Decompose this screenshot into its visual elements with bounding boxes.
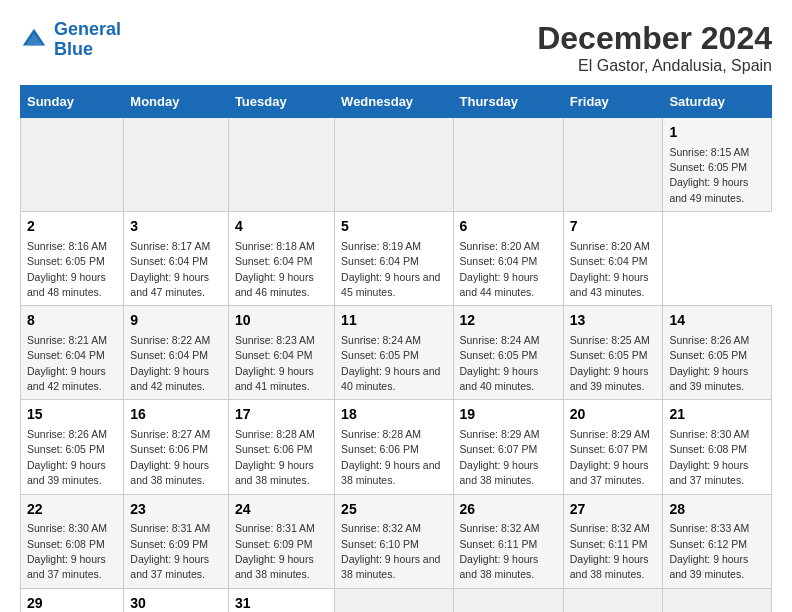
date-number: 12 <box>460 311 557 331</box>
sunrise-text: Sunrise: 8:24 AMSunset: 6:05 PMDaylight:… <box>460 334 540 392</box>
date-number: 28 <box>669 500 765 520</box>
date-number: 24 <box>235 500 328 520</box>
calendar-cell: 7 Sunrise: 8:20 AMSunset: 6:04 PMDayligh… <box>563 212 663 306</box>
sunrise-text: Sunrise: 8:22 AMSunset: 6:04 PMDaylight:… <box>130 334 210 392</box>
sunrise-text: Sunrise: 8:30 AMSunset: 6:08 PMDaylight:… <box>27 522 107 580</box>
week-row-4: 15 Sunrise: 8:26 AMSunset: 6:05 PMDaylig… <box>21 400 772 494</box>
main-title: December 2024 <box>537 20 772 57</box>
date-number: 5 <box>341 217 446 237</box>
date-number: 25 <box>341 500 446 520</box>
date-number: 21 <box>669 405 765 425</box>
date-number: 19 <box>460 405 557 425</box>
date-number: 22 <box>27 500 117 520</box>
date-number: 29 <box>27 594 117 612</box>
page-header: General Blue December 2024 El Gastor, An… <box>20 20 772 75</box>
sunrise-text: Sunrise: 8:19 AMSunset: 6:04 PMDaylight:… <box>341 240 440 298</box>
week-row-2: 2 Sunrise: 8:16 AMSunset: 6:05 PMDayligh… <box>21 212 772 306</box>
date-number: 6 <box>460 217 557 237</box>
calendar-cell: 4 Sunrise: 8:18 AMSunset: 6:04 PMDayligh… <box>228 212 334 306</box>
calendar-cell: 14 Sunrise: 8:26 AMSunset: 6:05 PMDaylig… <box>663 306 772 400</box>
sunrise-text: Sunrise: 8:32 AMSunset: 6:10 PMDaylight:… <box>341 522 440 580</box>
date-number: 31 <box>235 594 328 612</box>
calendar-cell <box>335 118 453 212</box>
sunrise-text: Sunrise: 8:28 AMSunset: 6:06 PMDaylight:… <box>341 428 440 486</box>
date-number: 2 <box>27 217 117 237</box>
sunrise-text: Sunrise: 8:29 AMSunset: 6:07 PMDaylight:… <box>460 428 540 486</box>
calendar-cell: 5 Sunrise: 8:19 AMSunset: 6:04 PMDayligh… <box>335 212 453 306</box>
calendar-cell: 25 Sunrise: 8:32 AMSunset: 6:10 PMDaylig… <box>335 494 453 588</box>
calendar-cell <box>453 118 563 212</box>
date-number: 8 <box>27 311 117 331</box>
date-number: 9 <box>130 311 222 331</box>
day-header-thursday: Thursday <box>453 86 563 118</box>
date-number: 30 <box>130 594 222 612</box>
sunrise-text: Sunrise: 8:32 AMSunset: 6:11 PMDaylight:… <box>460 522 540 580</box>
date-number: 16 <box>130 405 222 425</box>
date-number: 18 <box>341 405 446 425</box>
calendar-cell: 24 Sunrise: 8:31 AMSunset: 6:09 PMDaylig… <box>228 494 334 588</box>
calendar-cell: 3 Sunrise: 8:17 AMSunset: 6:04 PMDayligh… <box>124 212 229 306</box>
date-number: 20 <box>570 405 657 425</box>
header-row: SundayMondayTuesdayWednesdayThursdayFrid… <box>21 86 772 118</box>
title-block: December 2024 El Gastor, Andalusia, Spai… <box>537 20 772 75</box>
calendar-cell <box>453 588 563 612</box>
day-header-sunday: Sunday <box>21 86 124 118</box>
sunrise-text: Sunrise: 8:31 AMSunset: 6:09 PMDaylight:… <box>235 522 315 580</box>
day-header-wednesday: Wednesday <box>335 86 453 118</box>
sunrise-text: Sunrise: 8:20 AMSunset: 6:04 PMDaylight:… <box>460 240 540 298</box>
subtitle: El Gastor, Andalusia, Spain <box>537 57 772 75</box>
calendar-cell: 22 Sunrise: 8:30 AMSunset: 6:08 PMDaylig… <box>21 494 124 588</box>
calendar-cell: 10 Sunrise: 8:23 AMSunset: 6:04 PMDaylig… <box>228 306 334 400</box>
calendar-cell <box>124 118 229 212</box>
calendar-cell <box>563 588 663 612</box>
date-number: 3 <box>130 217 222 237</box>
sunrise-text: Sunrise: 8:33 AMSunset: 6:12 PMDaylight:… <box>669 522 749 580</box>
sunrise-text: Sunrise: 8:32 AMSunset: 6:11 PMDaylight:… <box>570 522 650 580</box>
sunrise-text: Sunrise: 8:28 AMSunset: 6:06 PMDaylight:… <box>235 428 315 486</box>
date-number: 17 <box>235 405 328 425</box>
calendar-cell: 16 Sunrise: 8:27 AMSunset: 6:06 PMDaylig… <box>124 400 229 494</box>
calendar-cell: 20 Sunrise: 8:29 AMSunset: 6:07 PMDaylig… <box>563 400 663 494</box>
calendar-cell: 13 Sunrise: 8:25 AMSunset: 6:05 PMDaylig… <box>563 306 663 400</box>
date-number: 23 <box>130 500 222 520</box>
sunrise-text: Sunrise: 8:17 AMSunset: 6:04 PMDaylight:… <box>130 240 210 298</box>
calendar-cell: 17 Sunrise: 8:28 AMSunset: 6:06 PMDaylig… <box>228 400 334 494</box>
week-row-1: 1 Sunrise: 8:15 AMSunset: 6:05 PMDayligh… <box>21 118 772 212</box>
logo-icon <box>20 26 48 54</box>
sunrise-text: Sunrise: 8:25 AMSunset: 6:05 PMDaylight:… <box>570 334 650 392</box>
calendar-cell: 1 Sunrise: 8:15 AMSunset: 6:05 PMDayligh… <box>663 118 772 212</box>
sunrise-text: Sunrise: 8:23 AMSunset: 6:04 PMDaylight:… <box>235 334 315 392</box>
calendar-cell: 2 Sunrise: 8:16 AMSunset: 6:05 PMDayligh… <box>21 212 124 306</box>
sunrise-text: Sunrise: 8:26 AMSunset: 6:05 PMDaylight:… <box>27 428 107 486</box>
date-number: 11 <box>341 311 446 331</box>
logo: General Blue <box>20 20 121 60</box>
date-number: 14 <box>669 311 765 331</box>
calendar-cell: 28 Sunrise: 8:33 AMSunset: 6:12 PMDaylig… <box>663 494 772 588</box>
sunrise-text: Sunrise: 8:29 AMSunset: 6:07 PMDaylight:… <box>570 428 650 486</box>
day-header-monday: Monday <box>124 86 229 118</box>
calendar-cell <box>228 118 334 212</box>
calendar-cell: 11 Sunrise: 8:24 AMSunset: 6:05 PMDaylig… <box>335 306 453 400</box>
calendar-cell: 29 Sunrise: 8:33 AMSunset: 6:13 PMDaylig… <box>21 588 124 612</box>
date-number: 26 <box>460 500 557 520</box>
calendar-cell: 27 Sunrise: 8:32 AMSunset: 6:11 PMDaylig… <box>563 494 663 588</box>
calendar-cell <box>563 118 663 212</box>
calendar-cell: 21 Sunrise: 8:30 AMSunset: 6:08 PMDaylig… <box>663 400 772 494</box>
calendar-cell: 31 Sunrise: 8:34 AMSunset: 6:14 PMDaylig… <box>228 588 334 612</box>
calendar-cell: 18 Sunrise: 8:28 AMSunset: 6:06 PMDaylig… <box>335 400 453 494</box>
calendar-cell: 6 Sunrise: 8:20 AMSunset: 6:04 PMDayligh… <box>453 212 563 306</box>
sunrise-text: Sunrise: 8:24 AMSunset: 6:05 PMDaylight:… <box>341 334 440 392</box>
calendar-cell: 26 Sunrise: 8:32 AMSunset: 6:11 PMDaylig… <box>453 494 563 588</box>
calendar-cell <box>663 588 772 612</box>
sunrise-text: Sunrise: 8:27 AMSunset: 6:06 PMDaylight:… <box>130 428 210 486</box>
sunrise-text: Sunrise: 8:20 AMSunset: 6:04 PMDaylight:… <box>570 240 650 298</box>
calendar-table: SundayMondayTuesdayWednesdayThursdayFrid… <box>20 85 772 612</box>
week-row-6: 29 Sunrise: 8:33 AMSunset: 6:13 PMDaylig… <box>21 588 772 612</box>
calendar-cell: 12 Sunrise: 8:24 AMSunset: 6:05 PMDaylig… <box>453 306 563 400</box>
sunrise-text: Sunrise: 8:31 AMSunset: 6:09 PMDaylight:… <box>130 522 210 580</box>
calendar-cell <box>21 118 124 212</box>
date-number: 1 <box>669 123 765 143</box>
sunrise-text: Sunrise: 8:15 AMSunset: 6:05 PMDaylight:… <box>669 146 749 204</box>
sunrise-text: Sunrise: 8:30 AMSunset: 6:08 PMDaylight:… <box>669 428 749 486</box>
date-number: 15 <box>27 405 117 425</box>
